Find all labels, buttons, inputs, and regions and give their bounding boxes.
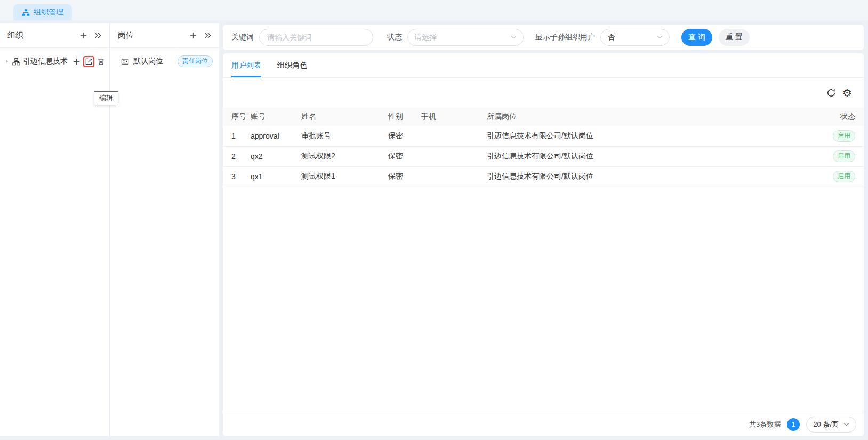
cell-index: 2 xyxy=(223,146,251,166)
cell-phone xyxy=(421,166,487,187)
status-badge: 启用 xyxy=(833,171,855,182)
keyword-label: 关键词 xyxy=(231,33,254,42)
col-header-gender: 性别 xyxy=(388,108,421,126)
cell-status: 启用 xyxy=(816,146,864,166)
refresh-icon[interactable] xyxy=(826,88,836,98)
position-card-icon xyxy=(121,58,129,66)
col-header-account: 账号 xyxy=(251,108,301,126)
cell-name: 审批账号 xyxy=(301,126,388,146)
table-header-row: 序号 账号 姓名 性别 手机 所属岗位 状态 xyxy=(223,108,864,126)
cell-phone xyxy=(421,146,487,166)
org-panel: 组织 引迈信息技术... xyxy=(0,23,110,436)
col-header-position: 所属岗位 xyxy=(487,108,816,126)
table-row[interactable]: 3 qx1 测试权限1 保密 引迈信息技术有限公司/默认岗位 启用 xyxy=(223,166,864,187)
chevron-down-icon xyxy=(511,35,517,39)
cell-name: 测试权限2 xyxy=(301,146,388,166)
org-chart-icon xyxy=(22,9,30,17)
filter-bar: 关键词 状态 请选择 显示子孙组织用户 否 查 询 重 置 xyxy=(223,25,864,50)
descendant-users-value: 否 xyxy=(607,33,615,42)
position-panel-title: 岗位 xyxy=(118,30,134,41)
status-badge: 启用 xyxy=(833,150,855,162)
col-header-name: 姓名 xyxy=(301,108,388,126)
page-size-value: 20 条/页 xyxy=(813,420,839,429)
cell-status: 启用 xyxy=(816,126,864,146)
tab-org-management[interactable]: 组织管理 xyxy=(13,4,72,20)
position-list-item[interactable]: 默认岗位 责任岗位 xyxy=(110,53,219,69)
pagination-bar: 共3条数据 1 20 条/页 xyxy=(223,412,864,436)
org-panel-header: 组织 xyxy=(0,23,109,48)
collapse-position-panel-icon[interactable] xyxy=(204,31,212,39)
org-node-icon xyxy=(12,58,20,66)
tab-org-role[interactable]: 组织角色 xyxy=(277,53,307,77)
keyword-input[interactable] xyxy=(259,29,373,46)
descendant-users-label: 显示子孙组织用户 xyxy=(535,33,595,42)
add-child-org-icon[interactable] xyxy=(73,58,81,66)
status-label: 状态 xyxy=(387,33,402,42)
cell-gender: 保密 xyxy=(388,146,421,166)
search-button[interactable]: 查 询 xyxy=(681,29,712,46)
table-row[interactable]: 1 approval 审批账号 保密 引迈信息技术有限公司/默认岗位 启用 xyxy=(223,126,864,146)
edit-icon-highlight xyxy=(83,56,94,67)
cell-position: 引迈信息技术有限公司/默认岗位 xyxy=(487,146,816,166)
cell-status: 启用 xyxy=(816,166,864,187)
table-toolbar: ⚙ xyxy=(223,78,864,108)
cell-account: qx1 xyxy=(251,166,301,187)
col-header-status: 状态 xyxy=(816,108,864,126)
org-tree-item[interactable]: 引迈信息技术... xyxy=(0,53,109,69)
col-header-phone: 手机 xyxy=(421,108,487,126)
org-panel-title: 组织 xyxy=(7,30,23,41)
tab-user-list[interactable]: 用户列表 xyxy=(231,53,261,77)
position-label: 默认岗位 xyxy=(133,57,163,66)
cell-gender: 保密 xyxy=(388,166,421,187)
caret-right-icon[interactable] xyxy=(4,59,10,64)
page-size-select[interactable]: 20 条/页 xyxy=(806,417,856,433)
position-panel: 岗位 默认岗位 责任岗位 xyxy=(110,23,219,436)
delete-org-icon[interactable] xyxy=(97,58,105,66)
top-tab-bar: 组织管理 xyxy=(0,0,868,20)
reset-button[interactable]: 重 置 xyxy=(719,29,750,46)
cell-index: 1 xyxy=(223,126,251,146)
position-badge: 责任岗位 xyxy=(178,55,213,67)
user-table: 序号 账号 姓名 性别 手机 所属岗位 状态 1 approval 审批账号 保… xyxy=(223,108,864,187)
status-select[interactable]: 请选择 xyxy=(407,29,524,46)
cell-position: 引迈信息技术有限公司/默认岗位 xyxy=(487,166,816,187)
cell-index: 3 xyxy=(223,166,251,187)
cell-gender: 保密 xyxy=(388,126,421,146)
position-panel-header: 岗位 xyxy=(110,23,219,48)
cell-account: approval xyxy=(251,126,301,146)
table-row[interactable]: 2 qx2 测试权限2 保密 引迈信息技术有限公司/默认岗位 启用 xyxy=(223,146,864,166)
cell-account: qx2 xyxy=(251,146,301,166)
chevron-down-icon xyxy=(657,35,663,39)
settings-gear-icon[interactable]: ⚙ xyxy=(842,87,852,98)
collapse-org-panel-icon[interactable] xyxy=(94,31,102,39)
add-position-icon[interactable] xyxy=(189,31,197,39)
status-badge: 启用 xyxy=(833,130,855,142)
cell-phone xyxy=(421,126,487,146)
add-org-icon[interactable] xyxy=(79,31,87,39)
status-select-placeholder: 请选择 xyxy=(414,33,437,42)
col-header-index: 序号 xyxy=(223,108,251,126)
descendant-users-select[interactable]: 否 xyxy=(600,29,670,46)
org-node-label: 引迈信息技术... xyxy=(23,57,68,66)
edit-org-icon[interactable] xyxy=(85,58,93,66)
content-tabs: 用户列表 组织角色 xyxy=(223,53,864,78)
chevron-down-icon xyxy=(843,422,849,427)
edit-tooltip: 编辑 xyxy=(94,91,118,105)
cell-name: 测试权限1 xyxy=(301,166,388,187)
tab-label: 组织管理 xyxy=(34,7,63,17)
page-number-button[interactable]: 1 xyxy=(787,418,800,431)
main-card: 用户列表 组织角色 ⚙ 序号 账号 姓名 性别 xyxy=(223,53,864,436)
total-count-text: 共3条数据 xyxy=(749,420,781,429)
cell-position: 引迈信息技术有限公司/默认岗位 xyxy=(487,126,816,146)
